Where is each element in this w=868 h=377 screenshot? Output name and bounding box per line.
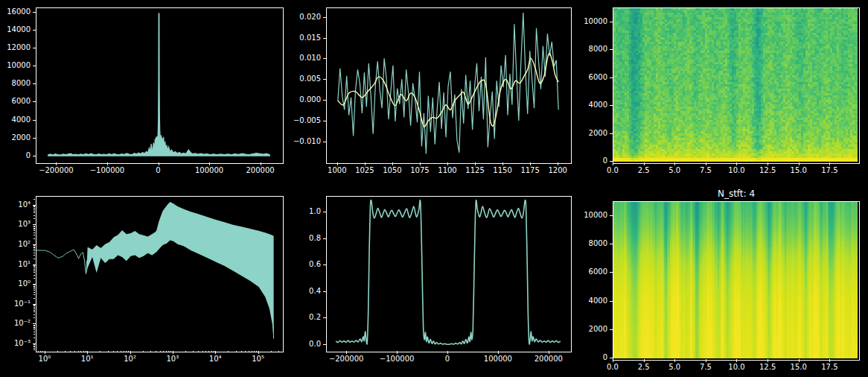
plot-area-spectrum [36,196,284,352]
plot-area-spectrogram-wide [613,7,860,164]
figure: −200000−10000001000002000000200040006000… [0,0,868,377]
y-minor-tick [33,292,35,293]
y-tick-label: 4000 [589,297,607,305]
x-tick-mark [558,162,558,165]
x-tick-label: 100000 [484,355,512,363]
y-minor-tick [33,229,35,229]
x-minor-tick [160,351,161,352]
subplot-signal: 100010251050107511001125115011751200−0.0… [326,7,572,164]
y-tick-label: 0.015 [299,34,321,42]
y-minor-tick [33,310,35,311]
y-tick-label: 0.8 [309,235,321,242]
x-minor-tick [252,351,252,352]
x-tick-mark [365,162,366,165]
x-tick-mark [502,162,503,165]
x-minor-tick [100,351,100,352]
y-minor-tick [33,317,35,318]
y-tick-label: 12000 [7,44,31,51]
x-tick-label: 100000 [195,167,223,174]
x-tick-label: 2.5 [638,167,650,174]
x-tick-label: 1025 [355,167,374,174]
x-tick-label: 1150 [493,167,511,174]
x-tick-label: 1200 [548,167,567,174]
y-minor-tick [33,211,35,212]
y-tick-mark [33,101,36,102]
y-tick-mark [33,138,36,139]
x-tick-mark [829,162,830,165]
x-tick-mark [706,162,706,165]
x-tick-mark [829,359,830,362]
x-tick-label: 5.0 [668,167,680,174]
x-tick-mark [107,162,108,165]
y-tick-label: 8000 [589,45,607,53]
y-tick-label: 0.0 [309,340,321,348]
y-minor-tick [33,208,35,209]
y-tick-mark [323,17,326,18]
x-tick-label: −200000 [39,167,74,174]
subplot-title: N_stft: 4 [613,188,860,199]
x-tick-label: 10¹ [81,355,94,363]
y-minor-tick [33,326,35,326]
y-minor-tick [33,346,35,347]
x-minor-tick [205,351,206,352]
y-tick-label: 8000 [589,240,607,247]
y-tick-label: 0 [26,152,31,159]
y-tick-mark [33,156,36,156]
x-minor-tick [228,351,229,352]
x-tick-label: 12.5 [759,364,776,371]
x-minor-tick [124,351,124,352]
x-minor-tick [214,351,214,352]
y-minor-tick [33,305,35,305]
x-minor-tick [271,351,272,352]
y-minor-tick [33,269,35,270]
y-minor-tick [33,332,35,332]
x-tick-mark [549,351,549,354]
x-minor-tick [278,351,279,352]
y-tick-label: 0 [603,354,607,361]
x-tick-mark [736,162,737,165]
y-minor-tick [33,311,35,312]
x-minor-tick [211,351,212,352]
y-tick-mark [323,264,326,265]
y-tick-mark [610,358,613,358]
x-tick-label: 17.5 [821,167,837,174]
y-minor-tick [33,209,35,210]
x-minor-tick [57,351,58,352]
y-tick-mark [323,317,326,318]
y-minor-tick [33,307,35,308]
x-tick-label: 1125 [465,167,484,174]
y-minor-tick [33,206,35,206]
x-minor-tick [256,351,257,352]
x-tick-mark [447,162,448,165]
x-tick-label: 0.0 [607,167,619,174]
x-minor-tick [150,351,151,352]
x-minor-tick [38,351,39,352]
x-tick-mark [644,162,645,165]
y-tick-label: −0.010 [293,138,321,145]
y-minor-tick [33,265,35,266]
y-minor-tick [33,338,35,338]
x-tick-mark [87,351,88,354]
x-tick-mark [706,359,706,362]
y-minor-tick [33,249,35,250]
y-tick-mark [610,272,613,273]
x-tick-mark [530,162,531,165]
x-tick-mark [613,162,613,165]
x-minor-tick [78,351,79,352]
y-minor-tick [33,314,35,315]
y-minor-tick [33,212,35,213]
x-minor-tick [202,351,203,352]
y-minor-tick [33,226,35,227]
x-tick-label: 15.0 [791,364,807,371]
y-tick-label: 10² [18,241,31,248]
x-tick-mark [346,351,347,354]
x-tick-label: 1050 [383,167,401,174]
x-tick-label: 10.0 [728,167,744,174]
y-tick-mark [610,49,613,50]
y-minor-tick [33,329,35,330]
y-minor-tick [33,349,35,350]
y-tick-mark [610,215,613,216]
y-minor-tick [33,238,35,239]
y-tick-label: 10⁰ [18,280,31,288]
x-minor-tick [241,351,242,352]
